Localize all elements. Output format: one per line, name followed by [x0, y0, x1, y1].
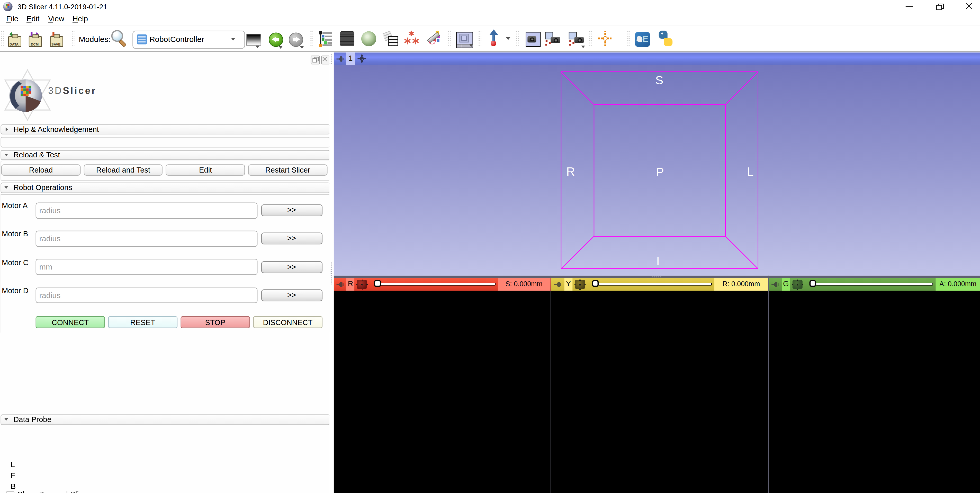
menu-view[interactable]: View: [48, 14, 64, 25]
transforms-icon[interactable]: [404, 38, 410, 45]
motor-d-label: Motor D: [2, 286, 29, 295]
motor-d-input[interactable]: [35, 287, 258, 304]
pin-icon[interactable]: [336, 56, 344, 62]
reset-button[interactable]: RESET: [108, 316, 177, 328]
motor-b-input[interactable]: [35, 231, 258, 247]
toolbar-grip[interactable]: [515, 30, 519, 47]
module-previous-icon[interactable]: [269, 32, 283, 47]
menu-edit[interactable]: Edit: [27, 14, 39, 25]
slice-offset-value: S: 0.000mm: [498, 278, 550, 291]
slice-slider-handle[interactable]: [374, 280, 381, 287]
toolbar-grip[interactable]: [447, 30, 450, 47]
restart-slicer-button[interactable]: Restart Slicer: [248, 165, 327, 176]
window-title: 3D Slicer 4.11.0-2019-01-21: [18, 0, 107, 14]
scene-view-restore-icon[interactable]: [568, 31, 584, 47]
slice-view-red[interactable]: R S: 0.000mm: [334, 278, 550, 493]
transforms-icon[interactable]: [412, 38, 419, 45]
toolbar-grip[interactable]: [310, 30, 313, 47]
mrml-scene-icon[interactable]: [340, 31, 354, 46]
layout-dropdown-icon[interactable]: [469, 45, 473, 47]
crosshair-icon[interactable]: [598, 31, 612, 46]
menu-file[interactable]: File: [6, 14, 18, 25]
interaction-dropdown-icon[interactable]: [506, 37, 511, 40]
module-hierarchy-icon[interactable]: [319, 31, 333, 47]
save-icon[interactable]: SAVE: [50, 32, 64, 47]
reload-button[interactable]: Reload: [1, 165, 81, 176]
module-search-icon[interactable]: [111, 29, 128, 47]
view3d-header[interactable]: 1: [334, 53, 980, 65]
stop-button[interactable]: STOP: [181, 316, 250, 328]
module-selector[interactable]: RobotController: [132, 31, 245, 49]
mouse-interaction-icon[interactable]: [488, 29, 499, 48]
show-zoomed-slice-checkbox[interactable]: [6, 491, 14, 493]
menu-help[interactable]: Help: [73, 14, 88, 25]
slice-slider-track[interactable]: [381, 282, 496, 286]
slice-canvas-red[interactable]: [334, 291, 550, 493]
toolbar-grip[interactable]: [589, 30, 592, 47]
load-dicom-icon[interactable]: DCM: [29, 32, 43, 47]
view-splitter[interactable]: [334, 276, 980, 278]
scene-view-dropdown-icon[interactable]: [581, 45, 585, 48]
slice-view-green[interactable]: G A: 0.000mm: [769, 278, 980, 493]
close-panel-icon[interactable]: [321, 55, 330, 64]
slice-slider-handle[interactable]: [809, 280, 816, 287]
slice-visibility-icon[interactable]: [575, 280, 585, 289]
slice-bar-red[interactable]: R S: 0.000mm: [334, 278, 550, 291]
python-console-icon[interactable]: [657, 30, 674, 47]
pin-icon[interactable]: [336, 281, 344, 288]
load-data-icon[interactable]: DATA: [8, 32, 22, 47]
module-next-icon[interactable]: [288, 32, 303, 47]
extensions-icon[interactable]: E: [635, 32, 650, 46]
scene-view-icon[interactable]: [544, 31, 561, 47]
reload-and-test-button[interactable]: Reload and Test: [84, 165, 163, 176]
view3d-canvas[interactable]: S R P L I: [334, 65, 980, 276]
pin-icon[interactable]: [554, 281, 562, 288]
slice-slider-track[interactable]: [816, 282, 934, 286]
pin-icon[interactable]: [772, 281, 779, 288]
slice-visibility-icon[interactable]: [357, 280, 367, 289]
slice-slider-handle[interactable]: [592, 280, 599, 287]
volume-mesh-icon[interactable]: [384, 30, 398, 46]
motor-c-forward-button[interactable]: >>: [261, 261, 322, 273]
restore-button[interactable]: [931, 0, 950, 14]
motor-b-forward-button[interactable]: >>: [261, 233, 322, 245]
next-dropdown-icon[interactable]: [300, 46, 304, 49]
slice-view-yellow[interactable]: Y R: 0.000mm: [551, 278, 768, 493]
panel-view-splitter[interactable]: [329, 52, 334, 493]
minimize-button[interactable]: [900, 0, 919, 14]
slice-canvas-green[interactable]: [769, 291, 980, 493]
section-reload-test[interactable]: Reload & Test: [0, 150, 330, 160]
section-robot-operations[interactable]: Robot Operations: [0, 183, 330, 193]
undock-panel-icon[interactable]: [311, 55, 320, 64]
history-dropdown-icon[interactable]: [256, 45, 259, 48]
motor-a-input[interactable]: [35, 202, 258, 219]
view-crosshair-icon[interactable]: [358, 54, 366, 63]
slice-visibility-icon[interactable]: [792, 280, 802, 289]
section-data-probe[interactable]: Data Probe: [0, 415, 330, 425]
slice-letter-red: R: [346, 278, 355, 291]
close-button[interactable]: [961, 0, 980, 14]
previous-dropdown-icon[interactable]: [279, 46, 283, 49]
module-selector-value: RobotController: [150, 31, 204, 48]
motor-a-forward-button[interactable]: >>: [261, 204, 322, 216]
slicer-logo-text: 3DSlicer: [48, 85, 97, 95]
disconnect-button[interactable]: DISCONNECT: [253, 316, 323, 328]
section-help-acknowledgement[interactable]: Help & Acknowledgement: [0, 124, 330, 135]
toolbar-grip[interactable]: [627, 30, 630, 47]
toolbar-grip[interactable]: [71, 30, 74, 47]
models-icon[interactable]: [361, 31, 376, 46]
motor-c-input[interactable]: [35, 259, 258, 275]
slice-bar-yellow[interactable]: Y R: 0.000mm: [551, 278, 768, 291]
slice-canvas-yellow[interactable]: [551, 291, 768, 493]
motor-d-forward-button[interactable]: >>: [261, 289, 322, 301]
connect-button[interactable]: CONNECT: [35, 316, 105, 328]
slice-slider-track[interactable]: [599, 282, 712, 286]
module-history-icon[interactable]: [246, 34, 261, 46]
toolbar-grip[interactable]: [0, 30, 3, 47]
toolbar-grip[interactable]: [478, 30, 481, 47]
markups-icon[interactable]: [427, 30, 441, 46]
transforms-icon[interactable]: [408, 30, 414, 36]
slice-bar-green[interactable]: G A: 0.000mm: [769, 278, 980, 291]
edit-button[interactable]: Edit: [166, 165, 245, 176]
screenshot-icon[interactable]: [525, 32, 540, 47]
